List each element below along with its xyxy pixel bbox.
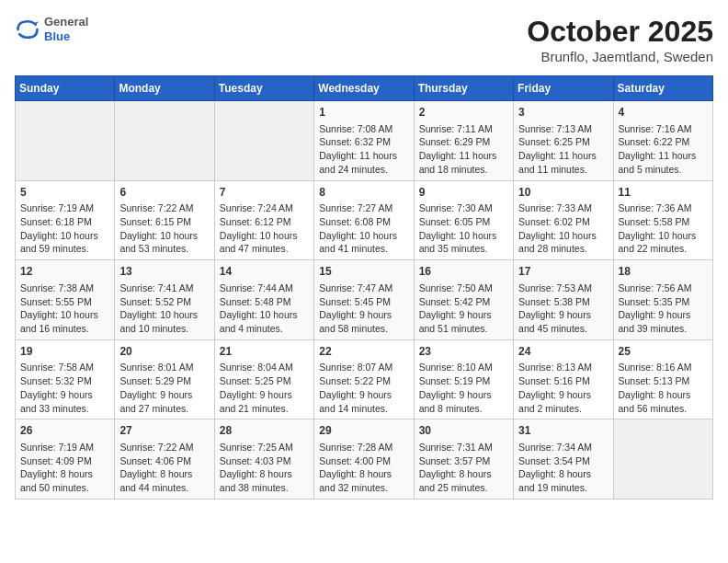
calendar-cell: 26Sunrise: 7:19 AMSunset: 4:09 PMDayligh… xyxy=(16,419,115,500)
day-content: Sunset: 6:08 PM xyxy=(319,216,391,227)
logo-text: General Blue xyxy=(44,15,88,43)
day-content: Daylight: 9 hours and 51 minutes. xyxy=(419,309,492,334)
calendar-cell: 16Sunrise: 7:50 AMSunset: 5:42 PMDayligh… xyxy=(414,260,513,340)
day-number: 21 xyxy=(220,344,309,360)
day-content: Sunset: 5:48 PM xyxy=(220,296,291,307)
calendar-cell: 31Sunrise: 7:34 AMSunset: 3:54 PMDayligh… xyxy=(514,419,613,500)
day-content: Sunrise: 7:36 AM xyxy=(619,202,692,213)
day-content: Sunset: 5:58 PM xyxy=(619,216,690,227)
day-content: Sunrise: 7:16 AM xyxy=(619,123,692,134)
day-content: Sunrise: 8:13 AM xyxy=(518,362,592,373)
day-content: Sunrise: 7:50 AM xyxy=(419,282,493,293)
day-content: Sunrise: 7:22 AM xyxy=(119,442,193,453)
day-number: 17 xyxy=(518,264,608,280)
day-content: Sunset: 5:38 PM xyxy=(518,296,590,307)
day-content: Daylight: 10 hours and 10 minutes. xyxy=(119,309,198,334)
calendar-header: SundayMondayTuesdayWednesdayThursdayFrid… xyxy=(16,76,713,101)
calendar-cell: 29Sunrise: 7:28 AMSunset: 4:00 PMDayligh… xyxy=(314,419,414,500)
day-content: Daylight: 11 hours and 11 minutes. xyxy=(518,150,597,175)
calendar-cell: 22Sunrise: 8:07 AMSunset: 5:22 PMDayligh… xyxy=(314,339,414,419)
day-content: Daylight: 10 hours and 22 minutes. xyxy=(619,230,697,255)
calendar-cell: 7Sunrise: 7:24 AMSunset: 6:12 PMDaylight… xyxy=(214,180,313,260)
day-content: Sunrise: 7:30 AM xyxy=(419,202,493,213)
day-content: Daylight: 10 hours and 4 minutes. xyxy=(220,309,298,334)
day-content: Sunrise: 8:16 AM xyxy=(619,362,692,373)
day-content: Sunset: 5:42 PM xyxy=(419,296,491,307)
day-content: Daylight: 9 hours and 33 minutes. xyxy=(20,389,93,414)
day-content: Sunset: 5:55 PM xyxy=(20,296,92,307)
logo: General Blue xyxy=(15,15,88,43)
day-content: Sunset: 3:54 PM xyxy=(518,455,590,466)
calendar-cell: 1Sunrise: 7:08 AMSunset: 6:32 PMDaylight… xyxy=(314,101,414,181)
day-number: 28 xyxy=(220,423,309,439)
calendar-cell: 8Sunrise: 7:27 AMSunset: 6:08 PMDaylight… xyxy=(314,180,414,260)
day-number: 16 xyxy=(419,264,508,280)
day-content: Sunset: 6:32 PM xyxy=(319,136,391,147)
day-content: Daylight: 9 hours and 58 minutes. xyxy=(319,309,392,334)
day-content: Daylight: 10 hours and 59 minutes. xyxy=(20,230,98,255)
day-number: 22 xyxy=(319,344,408,360)
day-number: 3 xyxy=(518,105,608,121)
day-content: Sunrise: 7:19 AM xyxy=(20,442,94,453)
day-content: Daylight: 8 hours and 32 minutes. xyxy=(319,468,392,493)
day-content: Sunrise: 7:33 AM xyxy=(518,202,592,213)
day-content: Sunset: 5:45 PM xyxy=(319,296,391,307)
day-content: Sunrise: 7:41 AM xyxy=(119,282,193,293)
calendar-table: SundayMondayTuesdayWednesdayThursdayFrid… xyxy=(15,75,713,500)
weekday-header: Saturday xyxy=(613,76,712,101)
day-content: Sunset: 6:25 PM xyxy=(518,136,590,147)
day-content: Sunset: 5:52 PM xyxy=(119,296,191,307)
day-content: Sunset: 6:02 PM xyxy=(518,216,590,227)
calendar-week: 12Sunrise: 7:38 AMSunset: 5:55 PMDayligh… xyxy=(16,260,713,340)
day-content: Daylight: 11 hours and 18 minutes. xyxy=(419,150,497,175)
title-area: October 2025 Brunflo, Jaemtland, Sweden xyxy=(527,15,713,64)
logo-blue: Blue xyxy=(44,29,88,44)
calendar-cell: 10Sunrise: 7:33 AMSunset: 6:02 PMDayligh… xyxy=(514,180,613,260)
day-content: Sunrise: 7:13 AM xyxy=(518,123,592,134)
weekday-header: Monday xyxy=(115,76,214,101)
day-number: 7 xyxy=(220,185,309,201)
day-content: Daylight: 9 hours and 27 minutes. xyxy=(119,389,192,414)
day-number: 12 xyxy=(20,264,109,280)
weekday-header: Wednesday xyxy=(314,76,414,101)
day-content: Sunset: 3:57 PM xyxy=(419,455,491,466)
weekday-header: Thursday xyxy=(414,76,513,101)
calendar-cell: 12Sunrise: 7:38 AMSunset: 5:55 PMDayligh… xyxy=(16,260,115,340)
calendar-cell: 21Sunrise: 8:04 AMSunset: 5:25 PMDayligh… xyxy=(214,339,313,419)
day-content: Daylight: 10 hours and 16 minutes. xyxy=(20,309,98,334)
day-content: Sunset: 4:06 PM xyxy=(119,455,191,466)
calendar-cell xyxy=(16,101,115,181)
weekday-header: Sunday xyxy=(16,76,115,101)
day-content: Sunset: 5:35 PM xyxy=(619,296,690,307)
calendar-cell: 15Sunrise: 7:47 AMSunset: 5:45 PMDayligh… xyxy=(314,260,414,340)
day-number: 31 xyxy=(518,423,608,439)
day-number: 18 xyxy=(619,264,708,280)
day-number: 6 xyxy=(119,185,209,201)
day-content: Sunset: 6:12 PM xyxy=(220,216,291,227)
day-number: 24 xyxy=(518,344,608,360)
day-content: Sunrise: 7:56 AM xyxy=(619,282,692,293)
day-content: Sunset: 6:15 PM xyxy=(119,216,191,227)
day-content: Sunset: 6:05 PM xyxy=(419,216,491,227)
day-content: Sunset: 6:18 PM xyxy=(20,216,92,227)
day-content: Sunrise: 8:10 AM xyxy=(419,362,493,373)
day-content: Daylight: 8 hours and 50 minutes. xyxy=(20,468,93,493)
day-content: Sunrise: 7:19 AM xyxy=(20,202,94,213)
calendar-cell: 19Sunrise: 7:58 AMSunset: 5:32 PMDayligh… xyxy=(16,339,115,419)
calendar-cell: 14Sunrise: 7:44 AMSunset: 5:48 PMDayligh… xyxy=(214,260,313,340)
calendar-cell: 13Sunrise: 7:41 AMSunset: 5:52 PMDayligh… xyxy=(115,260,214,340)
day-content: Daylight: 8 hours and 44 minutes. xyxy=(119,468,192,493)
day-content: Daylight: 10 hours and 53 minutes. xyxy=(119,230,198,255)
day-number: 26 xyxy=(20,423,109,439)
day-content: Sunrise: 7:08 AM xyxy=(319,123,392,134)
calendar-cell: 28Sunrise: 7:25 AMSunset: 4:03 PMDayligh… xyxy=(214,419,313,500)
day-content: Daylight: 11 hours and 24 minutes. xyxy=(319,150,397,175)
logo-general: General xyxy=(44,15,88,29)
month-title: October 2025 xyxy=(527,15,713,49)
day-number: 13 xyxy=(119,264,209,280)
calendar-cell xyxy=(214,101,313,181)
day-content: Sunrise: 7:28 AM xyxy=(319,442,392,453)
calendar-cell: 6Sunrise: 7:22 AMSunset: 6:15 PMDaylight… xyxy=(115,180,214,260)
day-number: 23 xyxy=(419,344,508,360)
calendar-body: 1Sunrise: 7:08 AMSunset: 6:32 PMDaylight… xyxy=(16,101,713,500)
